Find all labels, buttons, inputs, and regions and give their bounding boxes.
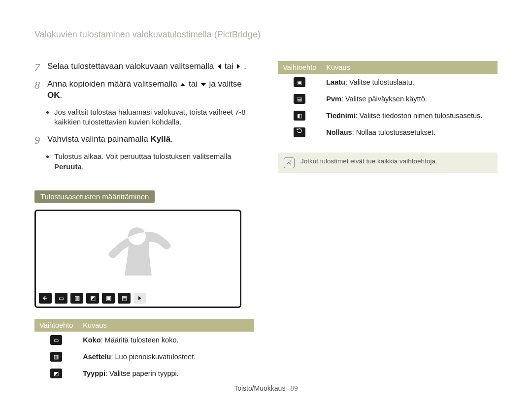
- text: .: [244, 62, 246, 71]
- text: tai: [189, 79, 200, 89]
- opt-desc: : Luo pienoiskuvatulosteet.: [111, 353, 196, 361]
- list-item: Jos valitsit tulostaa haluamasi valokuva…: [54, 107, 254, 127]
- text-bold: Peruuta: [54, 162, 82, 171]
- opt-label: Asettelu: [83, 353, 111, 361]
- table-row: ▭ Koko: Määritä tulosteen koko.: [34, 332, 254, 348]
- opt-desc: : Valitse paperin tyyppi.: [105, 370, 179, 377]
- opt-desc: : Valitse tiedoston nimen tulostusasetus…: [356, 112, 483, 120]
- layout-icon: ▥: [50, 352, 62, 362]
- th-option: Vaihtoehto: [34, 319, 78, 332]
- text: .: [60, 91, 63, 100]
- size-icon[interactable]: ▭: [55, 293, 67, 304]
- opt-label: Tiednimi: [326, 112, 355, 120]
- table-row: ◩ Tyyppi: Valitse paperin tyyppi.: [34, 365, 254, 382]
- ok-label: OK: [47, 91, 60, 100]
- opt-label: Laatu: [326, 78, 345, 86]
- note-box: Jotkut tulostimet eivät tue kaikkia vaih…: [278, 153, 498, 173]
- right-column: Vaihtoehto Kuvaus ▣ Laatu: Valitse tulos…: [278, 61, 498, 382]
- th-desc: Kuvaus: [321, 61, 498, 74]
- preview-toolbar: ▭ ▥ ◩ ▣ ▤: [39, 293, 146, 304]
- options-table-right: Vaihtoehto Kuvaus ▣ Laatu: Valitse tulos…: [278, 61, 498, 141]
- footer-text: Toisto/Muokkaus: [234, 384, 285, 392]
- step-8: 8 Anna kopioiden määrä valitsemalla tai …: [34, 79, 254, 101]
- note-icon: [284, 157, 295, 168]
- down-arrow-icon: [200, 82, 207, 88]
- more-icon[interactable]: [133, 293, 146, 304]
- opt-label: Nollaus: [326, 128, 352, 136]
- opt-label: Tyyppi: [83, 370, 105, 377]
- page-title: Valokuvien tulostaminen valokuvatulostim…: [34, 30, 498, 43]
- step-9: 9 Vahvista valinta painamalla Kyllä.: [34, 134, 254, 146]
- content-columns: 7 Selaa tulostettavaan valokuvaan valits…: [34, 61, 498, 382]
- opt-desc: : Valitse tulostuslaatu.: [345, 78, 414, 86]
- opt-label: Koko: [83, 336, 100, 344]
- type-icon[interactable]: ◩: [86, 293, 99, 304]
- table-row: ▣ Laatu: Valitse tulostuslaatu.: [278, 74, 498, 91]
- size-icon: ▭: [50, 335, 62, 345]
- text: .: [82, 162, 84, 171]
- step-number: 9: [34, 135, 42, 146]
- opt-label: Pvm: [326, 95, 341, 103]
- table-row: ◧ Tiednimi: Valitse tiedoston nimen tulo…: [278, 107, 498, 124]
- table-row: Nollaus: Nollaa tulostusasetukset.: [278, 124, 498, 141]
- type-icon: ◩: [50, 369, 62, 378]
- text: Vahvista valinta painamalla: [47, 134, 150, 144]
- layout-icon[interactable]: ▥: [70, 293, 83, 304]
- options-table-left: Vaihtoehto Kuvaus ▭ Koko: Määritä tulost…: [34, 319, 254, 382]
- opt-desc: : Nollaa tulostusasetukset.: [352, 128, 435, 136]
- silhouette-image: [90, 220, 179, 296]
- up-arrow-icon: [179, 82, 186, 88]
- text: Anna kopioiden määrä valitsemalla: [47, 79, 179, 89]
- step-number: 8: [34, 80, 42, 101]
- opt-desc: : Valitse päiväyksen käyttö.: [341, 95, 427, 103]
- left-column: 7 Selaa tulostettavaan valokuvaan valits…: [34, 61, 254, 382]
- step-text: Vahvista valinta painamalla Kyllä.: [47, 134, 254, 146]
- note-text: Jotkut tulostimet eivät tue kaikkia vaih…: [300, 157, 437, 165]
- section-heading: Tulostusasetusten määrittäminen: [34, 190, 155, 203]
- step-9-notes: Tulostus alkaa. Voit peruuttaa tulostuks…: [54, 152, 254, 172]
- date-icon: ▤: [294, 94, 305, 104]
- back-icon[interactable]: [39, 293, 52, 304]
- step-text: Anna kopioiden määrä valitsemalla tai ja…: [47, 79, 254, 101]
- th-desc: Kuvaus: [78, 319, 254, 332]
- footer: Toisto/Muokkaus 89: [0, 384, 532, 392]
- table-row: ▤ Pvm: Valitse päiväyksen käyttö.: [278, 91, 498, 107]
- right-arrow-icon: [235, 63, 241, 70]
- quality-icon[interactable]: ▣: [102, 293, 115, 304]
- list-item: Tulostus alkaa. Voit peruuttaa tulostuks…: [54, 152, 254, 172]
- text: Tulostus alkaa. Voit peruuttaa tulostuks…: [54, 152, 232, 160]
- step-7: 7 Selaa tulostettavaan valokuvaan valits…: [34, 61, 254, 73]
- step-number: 7: [34, 62, 42, 73]
- quality-icon: ▣: [294, 77, 305, 87]
- text: tai: [225, 62, 236, 71]
- opt-desc: : Määritä tulosteen koko.: [101, 336, 179, 344]
- page-number: 89: [290, 384, 298, 392]
- left-arrow-icon: [216, 63, 222, 70]
- camera-preview-frame: ▭ ▥ ◩ ▣ ▤: [34, 210, 241, 308]
- text-bold: Kyllä: [150, 134, 170, 144]
- reset-icon: [294, 127, 305, 137]
- text: .: [170, 134, 173, 144]
- step-8-notes: Jos valitsit tulostaa haluamasi valokuva…: [54, 107, 254, 127]
- text: Selaa tulostettavaan valokuvaan valitsem…: [47, 62, 216, 71]
- date-icon[interactable]: ▤: [118, 293, 131, 304]
- table-row: ▥ Asettelu: Luo pienoiskuvatulosteet.: [34, 348, 254, 365]
- th-option: Vaihtoehto: [278, 61, 321, 74]
- step-text: Selaa tulostettavaan valokuvaan valitsem…: [47, 61, 254, 73]
- text: ja valitse: [209, 79, 242, 89]
- filename-icon: ◧: [294, 111, 305, 121]
